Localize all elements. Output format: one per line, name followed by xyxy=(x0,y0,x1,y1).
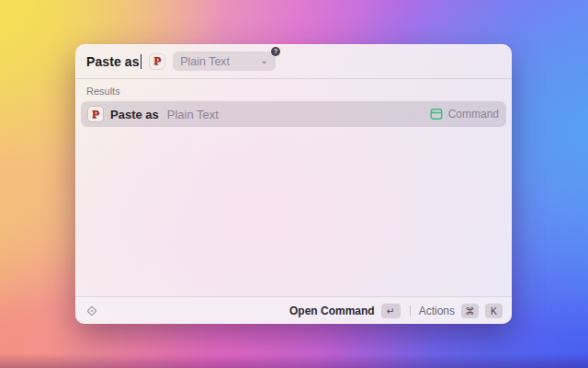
footer-bar: Open Command ↵ Actions ⌘ K xyxy=(75,296,512,324)
actions-button[interactable]: Actions xyxy=(419,305,455,317)
return-key-badge: ↵ xyxy=(381,304,401,318)
result-row-paste-as[interactable]: P Paste as Plain Text Command xyxy=(81,101,506,127)
k-key-badge: K xyxy=(485,304,503,318)
paste-as-extension-icon: P xyxy=(88,107,103,121)
search-bar[interactable]: Paste as P Plain Text ⌄ ? xyxy=(75,44,512,79)
format-dropdown-value: Plain Text xyxy=(180,55,260,68)
launcher-window: Paste as P Plain Text ⌄ ? Results P Past… xyxy=(75,44,512,324)
results-section-header: Results xyxy=(75,79,512,101)
result-type-label: Command xyxy=(448,108,499,121)
format-dropdown[interactable]: Plain Text ⌄ xyxy=(173,52,276,71)
chevron-down-icon: ⌄ xyxy=(260,55,268,64)
footer-actions: Open Command ↵ Actions ⌘ K xyxy=(289,304,503,318)
help-badge[interactable]: ? xyxy=(271,47,280,56)
paste-as-extension-icon: P xyxy=(150,54,164,69)
argument-dropdown-wrap: Plain Text ⌄ ? xyxy=(173,52,276,71)
command-icon xyxy=(430,108,443,121)
cmd-key-badge: ⌘ xyxy=(461,304,479,318)
desktop-wallpaper: Paste as P Plain Text ⌄ ? Results P Past… xyxy=(0,0,588,368)
search-input[interactable]: Paste as xyxy=(86,54,140,69)
result-title: Paste as xyxy=(110,108,159,121)
text-caret xyxy=(141,54,142,69)
result-subtitle: Plain Text xyxy=(167,108,219,121)
raycast-logo-icon xyxy=(85,304,99,318)
footer-divider xyxy=(410,305,411,316)
empty-results-area xyxy=(75,127,512,296)
open-command-button[interactable]: Open Command xyxy=(289,305,375,317)
